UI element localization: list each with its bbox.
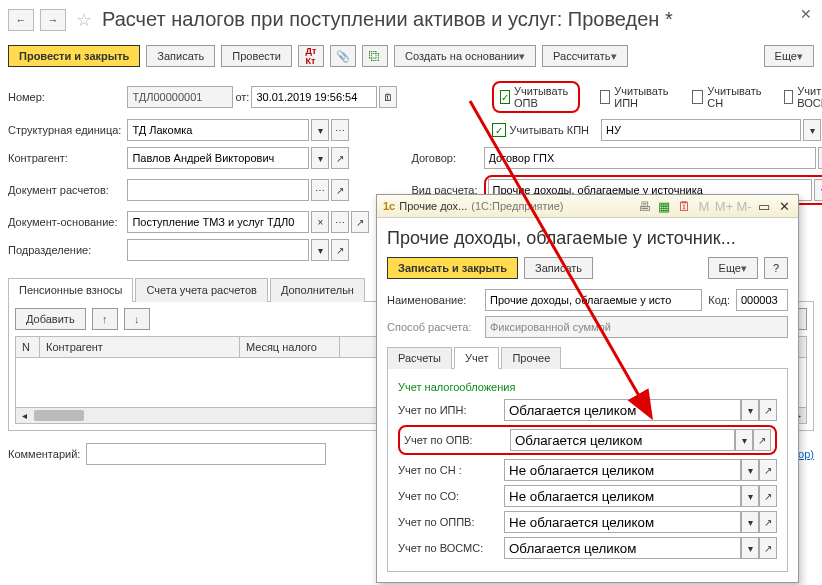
more-button[interactable]: Еще <box>764 45 814 67</box>
date-field[interactable] <box>251 86 377 108</box>
vosms-select[interactable] <box>504 537 741 559</box>
open-icon[interactable]: ↗ <box>759 485 777 507</box>
contractor-field[interactable] <box>127 147 309 169</box>
popup-name-field[interactable] <box>485 289 702 311</box>
dropdown-icon[interactable]: ▾ <box>814 179 822 201</box>
ipn-select[interactable] <box>504 399 741 421</box>
taxrow-sn: Учет по СН : ▾ ↗ <box>398 459 777 481</box>
checkbox-vosms[interactable]: Учитывать ВОСМС <box>784 85 822 109</box>
opv-select[interactable] <box>510 429 735 451</box>
sn-select[interactable] <box>504 459 741 481</box>
popup-code-field[interactable] <box>736 289 788 311</box>
tab-pension[interactable]: Пенсионные взносы <box>8 278 133 302</box>
popup-method-field <box>485 316 788 338</box>
division-field[interactable] <box>127 239 309 261</box>
dropdown-icon[interactable]: ▾ <box>311 239 329 261</box>
contract-field[interactable] <box>484 147 817 169</box>
check-icon: ✓ <box>500 90 511 104</box>
checkbox-opv[interactable]: ✓Учитывать ОПВ <box>492 81 580 113</box>
open-icon[interactable]: ↗ <box>331 147 349 169</box>
add-row-button[interactable]: Добавить <box>15 308 86 330</box>
open-icon[interactable]: ↗ <box>331 179 349 201</box>
comment-field[interactable] <box>86 443 326 465</box>
popup-max-icon[interactable]: ▭ <box>756 198 772 214</box>
grid-icon[interactable]: ▦ <box>656 198 672 214</box>
number-field[interactable] <box>127 86 233 108</box>
subtab-acct[interactable]: Учет <box>454 347 500 369</box>
contractor-label: Контрагент: <box>8 152 121 164</box>
scroll-thumb[interactable] <box>34 410 84 421</box>
dropdown-icon[interactable]: ▾ <box>311 147 329 169</box>
paydoc-label: Документ расчетов: <box>8 184 121 196</box>
taxrow-ipn: Учет по ИПН: ▾ ↗ <box>398 399 777 421</box>
calc-button[interactable]: Рассчитать <box>542 45 627 67</box>
move-down-icon[interactable]: ↓ <box>124 308 150 330</box>
open-icon[interactable]: ↗ <box>331 239 349 261</box>
calendar-icon[interactable]: 🗓 <box>676 198 692 214</box>
attach-icon[interactable]: 📎 <box>330 45 356 67</box>
scroll-left-icon[interactable]: ◂ <box>16 408 32 423</box>
mminus-icon[interactable]: M- <box>736 198 752 214</box>
oppv-select[interactable] <box>504 511 741 533</box>
open-icon[interactable]: ↗ <box>759 537 777 559</box>
open-icon[interactable]: ↗ <box>351 211 369 233</box>
popup-save-close-button[interactable]: Записать и закрыть <box>387 257 518 279</box>
write-button[interactable]: Записать <box>146 45 215 67</box>
dropdown-icon[interactable]: ▾ <box>803 119 821 141</box>
popup-close-icon[interactable]: ✕ <box>776 198 792 214</box>
popup-write-button[interactable]: Записать <box>524 257 593 279</box>
popup-window: 1c Прочие дох... (1С:Предприятие) 🖶 ▦ 🗓 … <box>376 194 799 583</box>
unit-field[interactable] <box>127 119 309 141</box>
open-icon[interactable]: ⋯ <box>311 179 329 201</box>
dropdown-icon[interactable]: ▾ <box>741 537 759 559</box>
taxrow-so: Учет по СО: ▾ ↗ <box>398 485 777 507</box>
back-button[interactable]: ← <box>8 9 34 31</box>
commit-close-button[interactable]: Провести и закрыть <box>8 45 140 67</box>
tab-additional[interactable]: Дополнительн <box>270 278 365 302</box>
checkbox-ipn[interactable]: Учитывать ИПН <box>600 85 672 109</box>
structure-icon[interactable]: ⿻ <box>362 45 388 67</box>
open-icon[interactable]: ↗ <box>759 511 777 533</box>
clear-icon[interactable]: × <box>311 211 329 233</box>
commit-button[interactable]: Провести <box>221 45 292 67</box>
calendar-icon[interactable]: 🗓 <box>379 86 397 108</box>
kpn-value-field[interactable] <box>601 119 801 141</box>
dropdown-icon[interactable]: ▾ <box>741 511 759 533</box>
popup-help-button[interactable]: ? <box>764 257 788 279</box>
close-icon[interactable]: ✕ <box>800 6 812 22</box>
m-icon[interactable]: M <box>696 198 712 214</box>
favorite-icon[interactable]: ☆ <box>76 9 92 31</box>
dtkt-icon[interactable]: ДтКт <box>298 45 324 67</box>
titlebar: ← → ☆ Расчет налогов при поступлении акт… <box>8 8 814 31</box>
open-icon[interactable]: ↗ <box>759 399 777 421</box>
mplus-icon[interactable]: M+ <box>716 198 732 214</box>
popup-method-label: Способ расчета: <box>387 321 479 333</box>
forward-button[interactable]: → <box>40 9 66 31</box>
checkbox-kpn[interactable]: ✓Учитывать КПН <box>492 123 590 137</box>
subtab-panel: Учет налогообложения Учет по ИПН: ▾ ↗ Уч… <box>387 368 788 572</box>
open-icon[interactable]: ↗ <box>753 429 771 451</box>
dropdown-icon[interactable]: ▾ <box>735 429 753 451</box>
subtab-other[interactable]: Прочее <box>501 347 561 369</box>
paydoc-field[interactable] <box>127 179 309 201</box>
create-based-button[interactable]: Создать на основании <box>394 45 536 67</box>
popup-code-label: Код: <box>708 294 730 306</box>
basedoc-field[interactable] <box>127 211 309 233</box>
print-icon[interactable]: 🖶 <box>636 198 652 214</box>
tab-accounts[interactable]: Счета учета расчетов <box>135 278 267 302</box>
so-select[interactable] <box>504 485 741 507</box>
dropdown-icon[interactable]: ▾ <box>311 119 329 141</box>
dropdown-icon[interactable]: ▾ <box>741 399 759 421</box>
checkbox-sn[interactable]: Учитывать СН <box>692 85 764 109</box>
popup-more-button[interactable]: Еще <box>708 257 758 279</box>
subtab-calc[interactable]: Расчеты <box>387 347 452 369</box>
open-icon[interactable]: ⋯ <box>331 211 349 233</box>
dropdown-icon[interactable]: ▾ <box>741 459 759 481</box>
move-up-icon[interactable]: ↑ <box>92 308 118 330</box>
open-icon[interactable]: ⋯ <box>331 119 349 141</box>
open-icon[interactable]: ↗ <box>759 459 777 481</box>
check-icon <box>692 90 703 104</box>
dropdown-icon[interactable]: ▾ <box>818 147 822 169</box>
col-n: N <box>16 337 40 357</box>
dropdown-icon[interactable]: ▾ <box>741 485 759 507</box>
